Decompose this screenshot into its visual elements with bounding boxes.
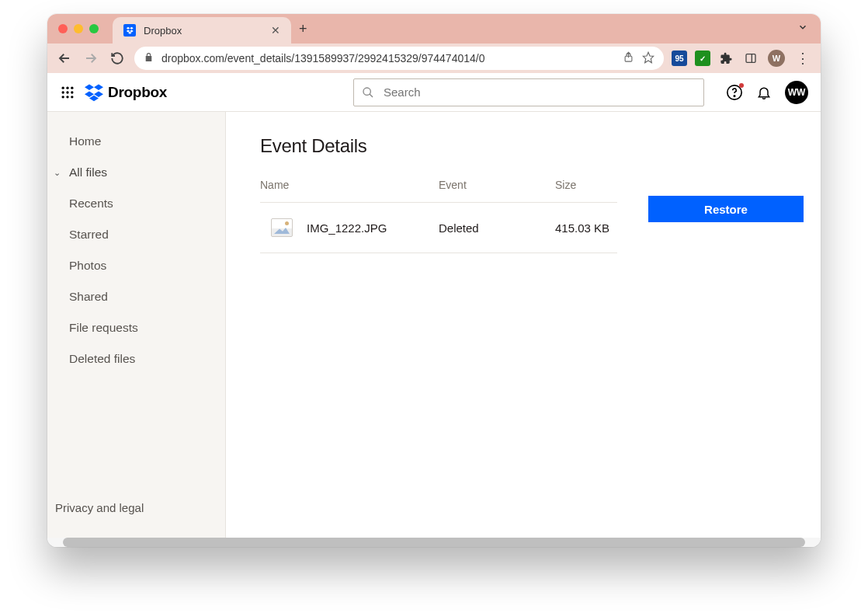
browser-tab[interactable]: Dropbox ✕ [113,17,291,44]
sidebar: Home ⌄ All files Recents Starred Photos … [47,112,226,538]
extension-icon-2[interactable]: ✓ [695,51,710,66]
browser-tabstrip: Dropbox ✕ + [47,14,821,44]
search-field[interactable] [382,85,696,99]
app-body: Home ⌄ All files Recents Starred Photos … [47,112,821,538]
sidebar-footer-link[interactable]: Privacy and legal [47,501,225,524]
new-tab-button[interactable]: + [299,21,307,37]
sidebar-item-starred[interactable]: Starred [47,219,225,250]
svg-point-9 [71,86,73,89]
share-icon[interactable] [623,51,634,65]
url-text: dropbox.com/event_details/1391589937/299… [161,52,484,64]
brand-text: Dropbox [108,84,167,101]
bookmark-star-icon[interactable] [642,51,654,66]
restore-button[interactable]: Restore [648,196,804,222]
image-file-icon [271,218,293,237]
sidebar-item-recents[interactable]: Recents [47,188,225,219]
app-launcher-icon[interactable] [60,85,75,100]
svg-point-19 [734,95,734,96]
dropbox-logo-icon [85,83,103,102]
svg-line-17 [370,94,373,97]
search-input[interactable] [353,78,704,106]
help-icon[interactable] [726,84,743,101]
bell-icon[interactable] [755,84,773,101]
svg-point-8 [66,86,68,89]
tabs-dropdown-icon[interactable] [797,22,808,36]
browser-menu-icon[interactable]: ⋮ [793,50,813,67]
event-table: Name Event Size IMG_1222.JPG Deleted 415… [260,179,617,253]
extension-icon-1[interactable]: 95 [672,51,687,66]
horizontal-scrollbar[interactable] [47,538,821,547]
extensions-menu-icon[interactable] [718,51,734,66]
tab-title: Dropbox [144,25,182,37]
tab-close-icon[interactable]: ✕ [271,24,280,37]
svg-point-14 [66,96,68,98]
lock-icon [144,52,154,64]
file-size: 415.03 KB [555,221,617,235]
svg-marker-4 [643,52,653,62]
sidebar-item-file-requests[interactable]: File requests [47,312,225,343]
col-header-event: Event [439,179,555,191]
svg-point-16 [363,88,370,95]
window-maximize-button[interactable] [89,24,99,33]
svg-point-12 [71,91,73,93]
sidebar-item-home[interactable]: Home [47,126,225,157]
svg-point-13 [62,96,64,98]
svg-rect-5 [746,54,755,63]
browser-profile-avatar[interactable]: W [768,50,785,67]
svg-point-7 [62,86,64,89]
window-minimize-button[interactable] [74,24,83,33]
omnibox[interactable]: dropbox.com/event_details/1391589937/299… [134,47,664,70]
sidebar-item-photos[interactable]: Photos [47,250,225,281]
page-title: Event Details [260,135,790,157]
search-icon [362,86,374,99]
col-header-name: Name [260,179,439,191]
svg-point-10 [62,91,64,93]
window-controls [58,24,99,33]
sidebar-item-all-files[interactable]: ⌄ All files [47,157,225,188]
file-name: IMG_1222.JPG [307,221,387,235]
sidebar-item-shared[interactable]: Shared [47,281,225,312]
window-close-button[interactable] [58,24,68,33]
dropbox-favicon-icon [123,24,136,37]
svg-point-15 [71,96,73,98]
table-row[interactable]: IMG_1222.JPG Deleted 415.03 KB [260,203,617,253]
table-header: Name Event Size [260,179,617,203]
notification-dot [739,83,744,88]
user-avatar[interactable]: WW [785,81,808,104]
sidebar-item-deleted-files[interactable]: Deleted files [47,343,225,374]
svg-point-11 [66,91,68,93]
panel-toggle-icon[interactable] [741,49,760,68]
chevron-down-icon: ⌄ [54,168,61,178]
browser-address-bar: dropbox.com/event_details/1391589937/299… [47,44,821,73]
main-content: Event Details Name Event Size IMG_1222.J… [226,112,821,538]
browser-window: Dropbox ✕ + dropbox.com/eve [47,14,821,547]
nav-back-button[interactable] [55,49,74,68]
nav-reload-button[interactable] [108,49,127,68]
scrollbar-thumb[interactable] [63,538,805,547]
app-header: Dropbox WW [47,73,821,112]
nav-forward-button[interactable] [82,49,100,68]
file-event: Deleted [439,221,555,235]
col-header-size: Size [555,179,617,191]
dropbox-logo[interactable]: Dropbox [85,83,167,102]
